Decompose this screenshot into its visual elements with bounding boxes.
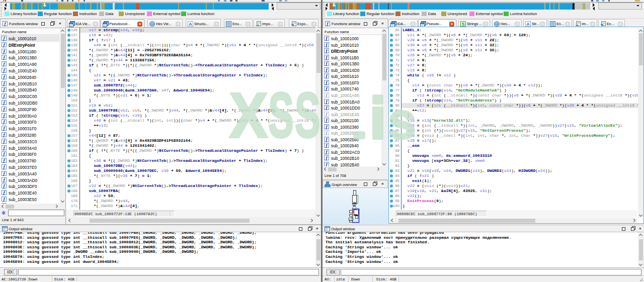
svg-text:A: A — [526, 22, 530, 27]
svg-text:A: A — [189, 22, 192, 27]
svg-text:S: S — [462, 22, 465, 27]
